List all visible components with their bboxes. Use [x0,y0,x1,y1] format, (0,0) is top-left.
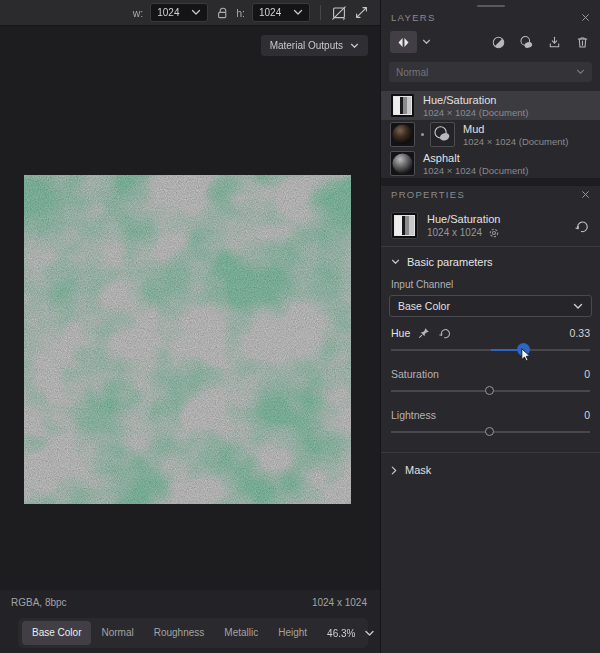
layer-row-hue-saturation[interactable]: Hue/Saturation 1024 × 1024 (Document) [381,91,600,120]
close-icon[interactable] [581,13,590,22]
tab-base-color[interactable]: Base Color [22,621,91,645]
saturation-slider[interactable] [391,382,590,399]
panel-drag-handle[interactable] [477,5,505,7]
chevron-down-icon [293,9,303,16]
properties-item: Hue/Saturation 1024 x 1024 [381,205,600,246]
channel-tabbar: Base Color Normal Roughness Metallic Hei… [18,618,368,648]
material-outputs-label: Material Outputs [270,40,343,51]
texture-canvas[interactable] [24,175,351,504]
hue-slider-row: Hue 0.33 [381,317,600,358]
split-view-icon [396,36,411,49]
mouse-cursor-icon [521,348,531,362]
hue-label: Hue [391,327,410,339]
tab-ambient-occlusion[interactable]: Ambi [317,621,327,645]
lightness-value: 0 [584,409,590,421]
toolbar-separator [320,5,321,20]
add-layer-button[interactable] [390,31,417,53]
format-label: RGBA, 8bpc [11,597,67,608]
status-row: RGBA, 8bpc 1024 x 1024 [0,590,380,608]
lightness-slider[interactable] [391,423,590,440]
canvas-area: w: 1024 h: 1024 [0,0,380,653]
chevron-down-icon [573,303,583,310]
lightness-label: Lightness [391,409,436,421]
layers-panel-title: LAYERS [391,12,436,23]
slider-handle[interactable] [485,427,494,436]
layer-row-asphalt[interactable]: Asphalt 1024 × 1024 (Document) [381,149,600,178]
physical-size-disabled-icon[interactable] [331,5,347,21]
layer-row-mud[interactable]: Mud 1024 × 1024 (Document) [381,120,600,149]
basic-parameters-section[interactable]: Basic parameters [381,247,600,275]
material-sphere-thumbnail [390,122,415,147]
layer-meta: 1024 × 1024 (Document) [463,136,568,147]
input-channel-label: Input Channel [381,275,600,295]
app-window: w: 1024 h: 1024 [0,0,600,653]
zoom-value: 46.3% [327,628,355,639]
height-select[interactable]: 1024 [252,3,310,22]
properties-item-size: 1024 x 1024 [427,227,482,238]
mask-section[interactable]: Mask [381,453,600,487]
blend-mode-select[interactable]: Normal [389,62,592,82]
width-label: w: [133,7,144,19]
zoom-control[interactable]: 46.3% [327,628,382,639]
chevron-down-icon [391,259,400,265]
chevron-down-icon [350,43,359,49]
layer-name: Mud [463,123,568,135]
width-select[interactable]: 1024 [150,3,208,22]
saturation-slider-row: Saturation 0 [381,358,600,399]
properties-item-name: Hue/Saturation [427,213,565,225]
pin-icon[interactable] [418,327,430,339]
lock-aspect-icon[interactable] [215,6,229,20]
layer-meta: 1024 × 1024 (Document) [423,107,528,118]
saturation-value: 0 [584,368,590,380]
right-panel: LAYERS [380,0,600,653]
export-layer-icon[interactable] [547,35,562,50]
saturation-label: Saturation [391,368,439,380]
add-mask-icon[interactable] [519,35,534,50]
height-value: 1024 [259,7,281,18]
material-sphere-thumbnail [390,151,415,176]
blend-mode-value: Normal [396,67,428,78]
properties-panel-title: PROPERTIES [391,189,465,200]
reset-slider-icon[interactable] [438,327,452,339]
chevron-down-icon [576,69,585,75]
layer-link-dot [421,133,424,136]
tab-normal[interactable]: Normal [91,621,143,645]
delete-layer-icon[interactable] [575,35,590,50]
input-channel-select[interactable]: Base Color [389,295,592,317]
adjustment-thumbnail [390,93,415,118]
layers-toolbar [381,28,600,62]
texture-image [24,175,351,504]
hue-value: 0.33 [570,327,590,339]
tab-roughness[interactable]: Roughness [144,621,215,645]
layer-meta: 1024 × 1024 (Document) [423,165,528,176]
reset-properties-icon[interactable] [574,219,590,233]
properties-panel-header: PROPERTIES [381,186,600,205]
tab-metallic[interactable]: Metallic [214,621,268,645]
width-value: 1024 [157,7,179,18]
layers-panel-header: LAYERS [381,9,600,28]
chevron-right-icon [391,466,397,475]
add-adjustment-icon[interactable] [491,35,506,50]
gear-icon[interactable] [488,227,500,239]
expand-fullscreen-icon[interactable] [354,5,369,20]
top-toolbar: w: 1024 h: 1024 [0,0,380,26]
slider-handle[interactable] [485,386,494,395]
layer-name: Asphalt [423,152,528,164]
bottom-bar: RGBA, 8bpc 1024 x 1024 Base Color Normal… [0,590,380,653]
close-icon[interactable] [581,190,590,199]
hue-slider[interactable] [391,341,590,358]
chevron-down-icon [364,630,375,637]
mask-thumbnail[interactable] [430,122,455,147]
height-label: h: [236,7,245,19]
mask-label: Mask [405,464,431,476]
layer-name: Hue/Saturation [423,94,528,106]
material-outputs-dropdown[interactable]: Material Outputs [261,35,368,56]
lightness-slider-row: Lightness 0 [381,399,600,440]
tab-height[interactable]: Height [268,621,317,645]
add-layer-chevron[interactable] [422,39,431,45]
adjustment-thumbnail [391,212,418,239]
chevron-down-icon [191,9,201,16]
panel-gap [381,178,600,186]
basic-parameters-label: Basic parameters [407,256,493,268]
texture-viewport[interactable]: Material Outputs [0,26,380,590]
